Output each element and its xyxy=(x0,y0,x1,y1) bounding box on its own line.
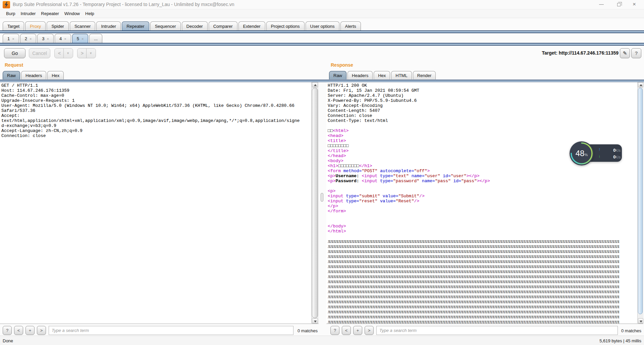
chevron-down-icon: ▼ xyxy=(63,49,69,58)
tab-intruder[interactable]: Intruder xyxy=(96,21,121,30)
response-header-line: HTTP/1.1 200 OK xyxy=(328,83,637,88)
response-header-line: Vary: Accept-Encoding xyxy=(328,103,637,108)
request-view-tab-hex[interactable]: Hex xyxy=(47,71,64,79)
scroll-down-icon[interactable] xyxy=(638,318,643,324)
go-button[interactable]: Go xyxy=(4,48,25,58)
pane-splitter-handle[interactable] xyxy=(321,193,323,202)
response-scrollbar[interactable] xyxy=(637,82,643,324)
prev-request-button[interactable]: <▼ xyxy=(54,48,73,58)
response-filler-line: лллллллллллллллллллллллллллллллллллллллл… xyxy=(328,249,637,254)
repeater-tab-4[interactable]: 4× xyxy=(55,34,71,43)
burp-window: Burp Suite Professional v1.7.26 - Tempor… xyxy=(0,0,644,345)
request-line: User-Agent: Mozilla/5.0 (Windows NT 10.0… xyxy=(1,103,311,108)
tab-label: Headers xyxy=(25,73,42,78)
search-add-button[interactable]: + xyxy=(353,326,362,335)
tab-label: Headers xyxy=(352,73,368,78)
response-filler-line: лллллллллллллллллллллллллллллллллллллллл… xyxy=(328,284,637,289)
request-search-input[interactable] xyxy=(49,326,293,335)
tab-decoder[interactable]: Decoder xyxy=(182,21,208,30)
response-view-tab-render[interactable]: Render xyxy=(413,71,436,79)
search-help-button[interactable]: ? xyxy=(330,326,339,335)
close-tab-icon[interactable]: × xyxy=(82,37,84,41)
scroll-down-icon[interactable] xyxy=(312,318,318,324)
window-title: Burp Suite Professional v1.7.26 - Tempor… xyxy=(13,2,234,7)
minimize-icon xyxy=(599,4,604,5)
tab-comparer[interactable]: Comparer xyxy=(209,21,237,30)
response-code-line xyxy=(328,234,637,239)
response-code-line: □□<html> xyxy=(328,128,637,133)
main-tab-bar: TargetProxySpiderScannerIntruderRepeater… xyxy=(0,18,644,33)
request-line: Upgrade-Insecure-Requests: 1 xyxy=(1,98,311,103)
request-scrollbar[interactable] xyxy=(311,82,319,324)
performance-overlay: ↑ 0K/s ↓ 0K/s 48% xyxy=(570,141,623,167)
scroll-up-icon[interactable] xyxy=(312,82,318,87)
close-button[interactable]: × xyxy=(627,0,642,9)
response-code-line: <p>Username: <input type="text" name="us… xyxy=(328,174,637,179)
pencil-icon: ✎ xyxy=(623,50,627,56)
menu-item-window[interactable]: Window xyxy=(62,9,83,18)
help-button[interactable]: ? xyxy=(631,48,641,58)
search-add-button[interactable]: + xyxy=(25,326,35,335)
menu-item-help[interactable]: Help xyxy=(83,9,97,18)
menu-item-burp[interactable]: Burp xyxy=(3,9,18,18)
response-stats: 5,619 bytes | 45 millis xyxy=(599,338,641,343)
response-search-input[interactable] xyxy=(376,326,618,335)
menu-item-repeater[interactable]: Repeater xyxy=(38,9,61,18)
response-filler-line: лллллллллллллллллллллллллллллллллллллллл… xyxy=(328,279,637,284)
tab-repeater[interactable]: Repeater xyxy=(122,21,149,30)
request-line: Cache-Control: max-age=0 xyxy=(1,93,311,98)
repeater-tab--[interactable]: ... xyxy=(89,34,102,43)
gauge-percent-sign: % xyxy=(584,153,588,157)
repeater-tab-1[interactable]: 1× xyxy=(3,34,19,43)
response-view-tab-hex[interactable]: Hex xyxy=(374,71,390,79)
status-bar: Done 5,619 bytes | 45 millis xyxy=(0,336,644,345)
response-code-line xyxy=(328,214,637,219)
menu-item-intruder[interactable]: Intruder xyxy=(18,9,38,18)
close-tab-icon[interactable]: × xyxy=(12,37,14,41)
response-filler-line: лллллллллллллллллллллллллллллллллллллллл… xyxy=(328,289,637,294)
response-filler-line: лллллллллллллллллллллллллллллллллллллллл… xyxy=(328,309,637,314)
tab-proxy[interactable]: Proxy xyxy=(25,21,46,30)
repeater-tab-5[interactable]: 5× xyxy=(72,34,89,43)
response-code-line: </form> xyxy=(328,209,637,214)
repeater-tab-2[interactable]: 2× xyxy=(20,34,37,43)
tab-user-options[interactable]: User options xyxy=(306,21,339,30)
close-tab-icon[interactable]: × xyxy=(47,37,49,41)
close-tab-icon[interactable]: × xyxy=(30,37,32,41)
minimize-button[interactable] xyxy=(594,0,609,9)
restore-button[interactable] xyxy=(611,0,627,9)
response-title: Response xyxy=(331,62,353,68)
response-code-line: <p>Password: <input type="password" name… xyxy=(328,179,637,184)
tab-project-options[interactable]: Project options xyxy=(266,21,305,30)
cancel-button[interactable]: Cancel xyxy=(29,48,50,58)
search-prev-button[interactable]: < xyxy=(14,326,23,335)
tab-scanner[interactable]: Scanner xyxy=(70,21,95,30)
upload-arrow-icon: ↑ xyxy=(598,147,600,152)
response-view-tab-headers[interactable]: Headers xyxy=(347,71,373,79)
close-tab-icon[interactable]: × xyxy=(64,37,66,41)
help-icon: ? xyxy=(334,328,336,333)
response-view-tab-html[interactable]: HTML xyxy=(391,71,412,79)
response-view-tab-raw[interactable]: Raw xyxy=(329,71,346,79)
request-scrollbar-thumb[interactable] xyxy=(312,88,318,318)
search-prev-button[interactable]: < xyxy=(342,326,351,335)
tab-extender[interactable]: Extender xyxy=(238,21,265,30)
tab-spider[interactable]: Spider xyxy=(47,21,69,30)
tab-alerts[interactable]: Alerts xyxy=(340,21,361,30)
request-view-tab-raw[interactable]: Raw xyxy=(3,71,20,79)
search-next-button[interactable]: > xyxy=(365,326,374,335)
response-code-line: <input type="reset" value="Reset"/> xyxy=(328,199,637,204)
request-view-tab-headers[interactable]: Headers xyxy=(21,71,46,79)
search-help-button[interactable]: ? xyxy=(3,326,12,335)
tab-sequencer[interactable]: Sequencer xyxy=(150,21,181,30)
response-editor[interactable]: HTTP/1.1 200 OKDate: Fri, 15 Jan 2021 08… xyxy=(326,82,637,324)
repeater-tab-3[interactable]: 3× xyxy=(37,34,54,43)
tab-target[interactable]: Target xyxy=(3,21,24,30)
plus-icon: + xyxy=(29,328,32,333)
scroll-up-icon[interactable] xyxy=(638,82,643,87)
request-editor[interactable]: GET / HTTP/1.1Host: 114.67.246.176:11359… xyxy=(0,82,311,324)
next-request-button[interactable]: >▼ xyxy=(77,48,96,58)
edit-target-button[interactable]: ✎ xyxy=(620,48,630,58)
search-next-button[interactable]: > xyxy=(37,326,46,335)
response-scrollbar-thumb[interactable] xyxy=(638,88,643,314)
